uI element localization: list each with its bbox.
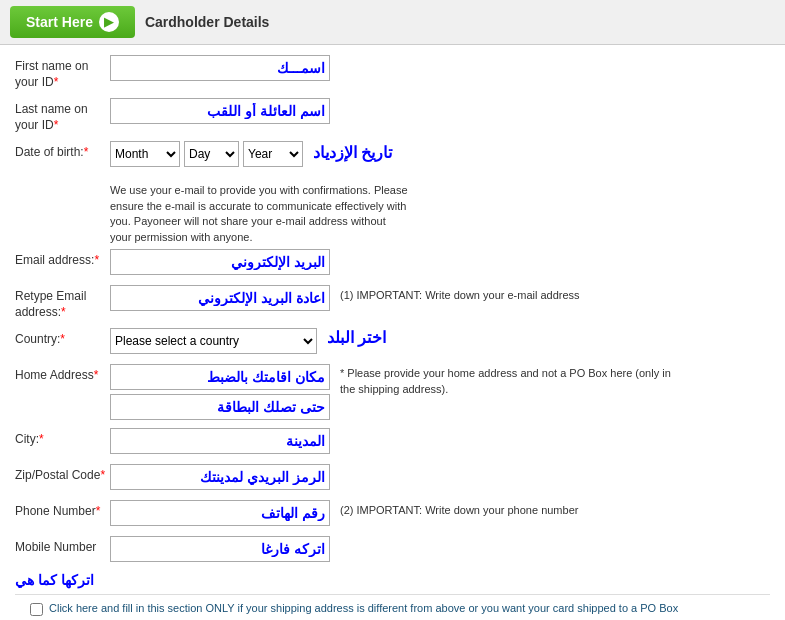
phone-row: Phone Number* (2) IMPORTANT: Write down …: [15, 500, 770, 528]
retype-email-label: Retype Email address:*: [15, 285, 110, 320]
email-label: Email address:*: [15, 249, 110, 269]
address-note: * Please provide your home address and n…: [340, 364, 680, 397]
zip-label: Zip/Postal Code*: [15, 464, 110, 484]
dob-row: Date of birth:* Month Day Year تاريخ الإ…: [15, 141, 770, 169]
city-row: City:*: [15, 428, 770, 456]
email-note: (1) IMPORTANT: Write down your e-mail ad…: [340, 285, 580, 301]
first-name-label: First name on your ID*: [15, 55, 110, 90]
phone-label: Phone Number*: [15, 500, 110, 520]
last-name-label: Last name on your ID*: [15, 98, 110, 133]
dob-label: Date of birth:*: [15, 141, 110, 161]
leave-as-is-row: اتركها كما هي: [15, 572, 770, 588]
retype-email-input[interactable]: [110, 285, 330, 311]
section-divider: [15, 594, 770, 595]
home-address-label: Home Address*: [15, 364, 110, 384]
shipping-checkbox-row: Click here and fill in this section ONLY…: [15, 601, 770, 616]
home-address-line2-input[interactable]: [110, 394, 330, 420]
first-name-input[interactable]: [110, 55, 330, 81]
phone-input[interactable]: [110, 500, 330, 526]
arrow-icon: ▶: [99, 12, 119, 32]
dob-arabic-label: تاريخ الإزدياد: [313, 141, 392, 162]
home-address-inputs: [110, 364, 330, 420]
first-name-row: First name on your ID*: [15, 55, 770, 90]
shipping-checkbox-label: Click here and fill in this section ONLY…: [49, 601, 678, 616]
last-name-row: Last name on your ID*: [15, 98, 770, 133]
mobile-input[interactable]: [110, 536, 330, 562]
cardholder-form: First name on your ID* Last name on your…: [0, 45, 785, 620]
home-address-row: Home Address* * Please provide your home…: [15, 364, 770, 420]
retype-email-row: Retype Email address:* (1) IMPORTANT: Wr…: [15, 285, 770, 320]
zip-input[interactable]: [110, 464, 330, 490]
start-here-label: Start Here: [26, 14, 93, 30]
dob-year-select[interactable]: Year: [243, 141, 303, 167]
city-input[interactable]: [110, 428, 330, 454]
country-select[interactable]: Please select a country: [110, 328, 317, 354]
country-label: Country:*: [15, 328, 110, 348]
page-header: Start Here ▶ Cardholder Details: [0, 0, 785, 45]
email-info-text: We use your e-mail to provide you with c…: [110, 177, 410, 249]
dob-month-select[interactable]: Month: [110, 141, 180, 167]
dob-inputs: Month Day Year: [110, 141, 303, 167]
mobile-row: Mobile Number: [15, 536, 770, 564]
leave-as-is-label: اتركها كما هي: [15, 572, 94, 588]
zip-row: Zip/Postal Code*: [15, 464, 770, 492]
shipping-checkbox[interactable]: [30, 603, 43, 616]
home-address-line1-input[interactable]: [110, 364, 330, 390]
start-here-button[interactable]: Start Here ▶: [10, 6, 135, 38]
city-label: City:*: [15, 428, 110, 448]
page-title: Cardholder Details: [145, 14, 269, 30]
dob-day-select[interactable]: Day: [184, 141, 239, 167]
mobile-label: Mobile Number: [15, 536, 110, 556]
email-input[interactable]: [110, 249, 330, 275]
phone-note: (2) IMPORTANT: Write down your phone num…: [340, 500, 578, 516]
country-row: Country:* Please select a country اختر ا…: [15, 328, 770, 356]
email-row: Email address:*: [15, 249, 770, 277]
country-arabic-label: اختر البلد: [327, 328, 386, 347]
last-name-input[interactable]: [110, 98, 330, 124]
